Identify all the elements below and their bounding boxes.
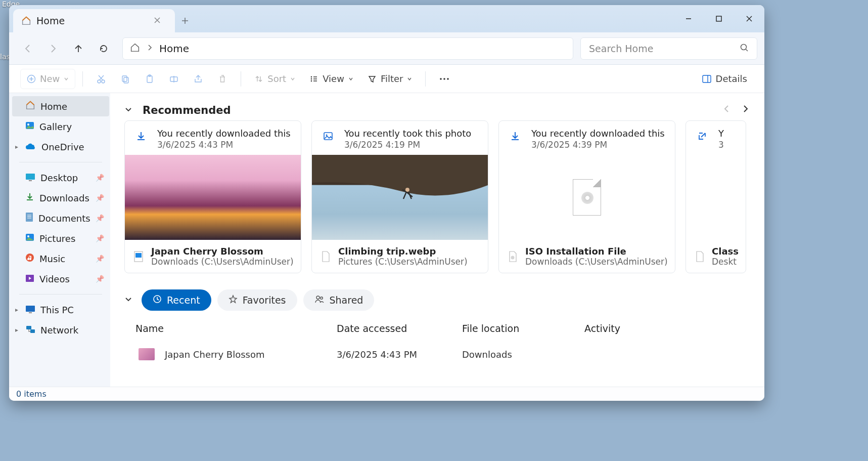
home-icon: [25, 101, 35, 112]
sort-button[interactable]: Sort: [248, 69, 301, 89]
view-button[interactable]: View: [303, 69, 359, 89]
col-date-accessed[interactable]: Date accessed: [337, 323, 462, 334]
svg-rect-5: [122, 76, 127, 81]
search-icon[interactable]: [740, 43, 749, 54]
delete-button[interactable]: [211, 69, 234, 89]
copy-button[interactable]: [114, 69, 136, 89]
downloads-icon: [25, 192, 34, 203]
chevron-down-icon[interactable]: [124, 295, 132, 305]
minimize-button[interactable]: [673, 5, 704, 32]
col-file-location[interactable]: File location: [462, 323, 584, 334]
col-name[interactable]: Name: [124, 323, 337, 334]
card-date: 3: [718, 140, 724, 150]
card-thumbnail: [125, 155, 301, 240]
sidebar: Home Gallery ▸ OneDrive Desktop 📌: [9, 93, 110, 387]
new-tab-button[interactable]: [175, 9, 195, 32]
sidebar-item-documents[interactable]: Documents 📌: [12, 208, 109, 228]
pin-icon[interactable]: 📌: [96, 275, 104, 283]
breadcrumb-separator-icon[interactable]: [147, 44, 152, 53]
svg-rect-0: [716, 16, 721, 21]
sidebar-item-gallery[interactable]: Gallery: [12, 116, 109, 137]
search-input[interactable]: [589, 43, 740, 54]
pin-icon[interactable]: 📌: [96, 234, 104, 242]
titlebar[interactable]: Home: [9, 5, 764, 32]
sidebar-item-home[interactable]: Home: [12, 96, 109, 116]
chip-recent[interactable]: Recent: [142, 289, 211, 311]
sort-label: Sort: [267, 73, 286, 84]
sidebar-item-music[interactable]: Music 📌: [12, 248, 109, 269]
sidebar-item-label: Home: [40, 101, 67, 112]
file-thumbnail: [139, 348, 155, 360]
svg-point-34: [405, 188, 409, 192]
svg-rect-29: [30, 329, 35, 333]
sidebar-item-label: Desktop: [40, 173, 78, 183]
card-path: Downloads (C:\Users\AdminUser): [525, 257, 668, 267]
download-icon: [507, 128, 523, 144]
card-path: Deskt: [712, 257, 739, 267]
sidebar-item-onedrive[interactable]: ▸ OneDrive: [12, 137, 109, 157]
recommended-cards: You recently downloaded this 3/6/2025 4:…: [124, 120, 764, 273]
sidebar-item-label: Videos: [39, 274, 70, 284]
maximize-button[interactable]: [704, 5, 734, 32]
sidebar-item-downloads[interactable]: Downloads 📌: [12, 188, 109, 208]
cell-name: Japan Cherry Blossom: [165, 349, 337, 360]
sidebar-item-pictures[interactable]: Pictures 📌: [12, 228, 109, 248]
svg-rect-32: [324, 133, 332, 140]
pin-icon[interactable]: 📌: [96, 174, 104, 182]
card-thumbnail: [686, 155, 746, 240]
card-reason: You recently took this photo: [344, 128, 471, 139]
sidebar-item-thispc[interactable]: ▸ This PC: [12, 300, 109, 320]
svg-point-14: [444, 78, 446, 80]
table-row[interactable]: Japan Cherry Blossom 3/6/2025 4:43 PM Do…: [124, 342, 764, 366]
cut-button[interactable]: [90, 69, 112, 89]
sidebar-item-network[interactable]: ▸ Network: [12, 320, 109, 340]
recommended-card[interactable]: You recently downloaded this 3/6/2025 4:…: [124, 120, 301, 273]
more-button[interactable]: [433, 69, 456, 89]
details-pane-button[interactable]: Details: [696, 69, 753, 89]
carousel-prev-icon[interactable]: [723, 104, 730, 115]
col-activity[interactable]: Activity: [584, 323, 675, 334]
chip-favorites[interactable]: Favorites: [217, 289, 297, 311]
chevron-down-icon[interactable]: [124, 105, 132, 115]
address-bar[interactable]: Home: [122, 37, 573, 60]
up-button[interactable]: [67, 37, 90, 60]
recommended-card[interactable]: You recently took this photo 3/6/2025 4:…: [311, 120, 488, 273]
svg-point-13: [440, 78, 442, 80]
chip-label: Recent: [167, 295, 200, 306]
chevron-right-icon[interactable]: ▸: [15, 326, 18, 333]
sidebar-item-desktop[interactable]: Desktop 📌: [12, 167, 109, 188]
recommended-card[interactable]: Y 3 Class Deskt: [686, 120, 746, 273]
tab-home[interactable]: Home: [13, 9, 175, 32]
rename-button[interactable]: [163, 69, 185, 89]
forward-button[interactable]: [41, 37, 65, 60]
desktop-shortcut-partial[interactable]: las: [0, 53, 10, 61]
image-file-icon: [132, 249, 145, 264]
carousel-next-icon[interactable]: [742, 104, 749, 115]
tab-close-icon[interactable]: [154, 16, 161, 26]
breadcrumb-home[interactable]: Home: [159, 43, 189, 55]
pin-icon[interactable]: 📌: [96, 194, 104, 202]
chevron-right-icon[interactable]: ▸: [15, 143, 18, 150]
share-button[interactable]: [187, 69, 209, 89]
chevron-right-icon[interactable]: ▸: [15, 306, 18, 313]
card-reason: Y: [718, 128, 724, 139]
refresh-button[interactable]: [92, 37, 115, 60]
file-icon: [319, 249, 332, 264]
chip-shared[interactable]: Shared: [303, 289, 375, 311]
close-window-button[interactable]: [734, 5, 764, 32]
svg-rect-6: [124, 77, 128, 83]
recommended-card[interactable]: You recently downloaded this 3/6/2025 4:…: [498, 120, 675, 273]
back-button[interactable]: [16, 37, 39, 60]
sidebar-item-label: OneDrive: [41, 142, 84, 152]
filter-button[interactable]: Filter: [361, 69, 419, 89]
svg-point-15: [447, 78, 449, 80]
photo-icon: [320, 128, 336, 144]
paste-button[interactable]: [139, 69, 161, 89]
card-filename: Class: [712, 246, 739, 257]
pin-icon[interactable]: 📌: [96, 255, 104, 263]
search-box[interactable]: [580, 37, 757, 60]
pin-icon[interactable]: 📌: [96, 214, 104, 222]
sidebar-item-videos[interactable]: Videos 📌: [12, 269, 109, 289]
new-button[interactable]: New: [20, 69, 75, 89]
svg-point-38: [320, 297, 323, 300]
